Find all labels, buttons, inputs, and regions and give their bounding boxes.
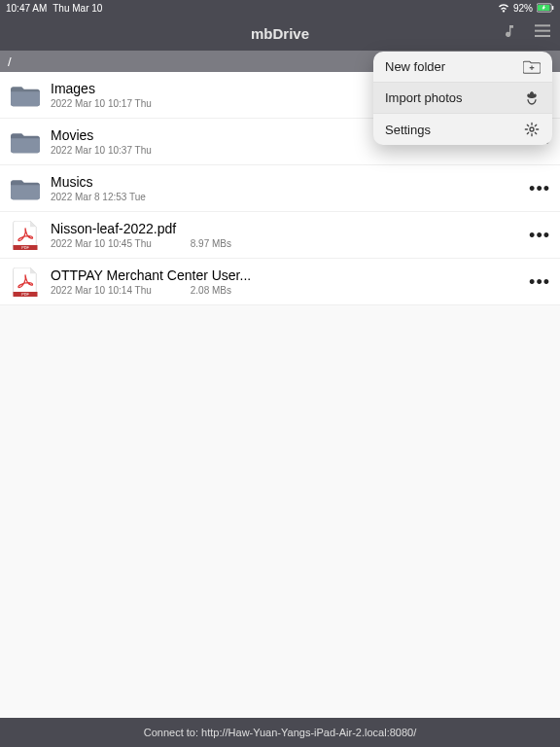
battery-icon xyxy=(537,3,554,13)
more-icon[interactable]: ••• xyxy=(529,178,550,198)
file-name: Nisson-leaf-2022.pdf xyxy=(51,221,550,236)
menu-popover: New folder Import photos Settings xyxy=(373,52,552,145)
new-folder-icon xyxy=(523,58,541,76)
gear-icon xyxy=(523,121,541,138)
status-time: 10:47 AM xyxy=(6,3,47,14)
pdf-icon: PDF xyxy=(10,220,41,251)
footer-text: Connect to: http://Haw-Yuan-Yangs-iPad-A… xyxy=(144,727,416,738)
file-size: 2.08 MBs xyxy=(191,285,249,296)
file-size: 8.97 MBs xyxy=(191,238,249,249)
folder-icon xyxy=(10,126,41,158)
more-icon[interactable]: ••• xyxy=(529,225,550,245)
file-name: Musics xyxy=(51,174,550,190)
svg-text:PDF: PDF xyxy=(21,245,29,249)
menu-item-new-folder[interactable]: New folder xyxy=(373,52,552,83)
status-date: Thu Mar 10 xyxy=(52,3,102,14)
file-meta: 2022 Mar 10 10:37 Thu xyxy=(51,145,152,156)
more-icon[interactable]: ••• xyxy=(529,271,550,292)
svg-rect-2 xyxy=(552,6,553,10)
menu-item-label: Import photos xyxy=(385,90,463,105)
status-bar: 10:47 AM Thu Mar 10 92% xyxy=(0,0,560,16)
svg-rect-3 xyxy=(535,24,550,26)
pdf-icon: PDF xyxy=(10,267,41,298)
file-meta: 2022 Mar 10 10:17 Thu xyxy=(51,98,152,109)
svg-rect-5 xyxy=(535,35,550,37)
menu-item-import-photos[interactable]: Import photos xyxy=(373,83,552,114)
svg-rect-4 xyxy=(535,30,550,32)
music-icon[interactable] xyxy=(502,22,517,44)
app-title: mbDrive xyxy=(251,25,309,42)
file-row-pdf-ottpay[interactable]: PDF OTTPAY Merchant Center User... 2022 … xyxy=(0,259,560,305)
menu-item-label: New folder xyxy=(385,59,445,74)
file-meta: 2022 Mar 10 10:14 Thu xyxy=(51,285,152,296)
menu-item-label: Settings xyxy=(385,123,431,137)
menu-icon[interactable] xyxy=(535,24,550,42)
file-row-musics[interactable]: Musics 2022 Mar 8 12:53 Tue ••• xyxy=(0,165,560,212)
svg-point-10 xyxy=(530,127,534,131)
folder-icon xyxy=(10,173,41,204)
menu-item-settings[interactable]: Settings xyxy=(373,114,552,145)
wifi-icon xyxy=(498,3,509,13)
file-meta: 2022 Mar 8 12:53 Tue xyxy=(51,192,146,202)
folder-icon xyxy=(10,80,41,111)
path-text: / xyxy=(8,54,12,69)
file-name: OTTPAY Merchant Center User... xyxy=(51,267,550,283)
import-photos-icon xyxy=(523,89,541,107)
svg-text:PDF: PDF xyxy=(21,292,29,296)
footer-bar: Connect to: http://Haw-Yuan-Yangs-iPad-A… xyxy=(0,718,560,747)
navbar: mbDrive xyxy=(0,16,560,51)
file-row-pdf-nisson[interactable]: PDF Nisson-leaf-2022.pdf 2022 Mar 10 10:… xyxy=(0,212,560,259)
battery-percentage: 92% xyxy=(513,3,533,14)
file-meta: 2022 Mar 10 10:45 Thu xyxy=(51,238,152,249)
